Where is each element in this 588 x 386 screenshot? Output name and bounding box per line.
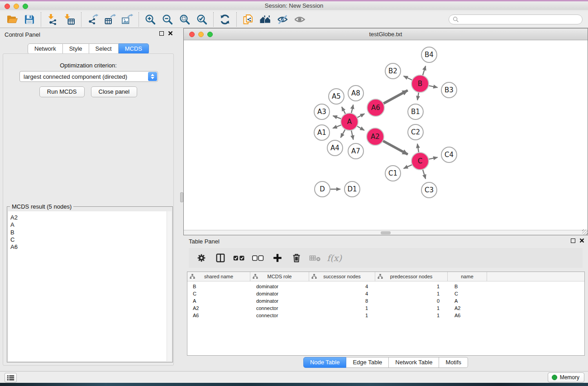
cell[interactable]: A xyxy=(448,298,487,304)
graph-edge-B-B1[interactable] xyxy=(417,92,419,100)
close-window-button[interactable] xyxy=(5,4,10,9)
search-input[interactable] xyxy=(461,16,578,23)
float-table-panel-icon[interactable] xyxy=(571,238,575,243)
table-row-b[interactable]: Bdominator41B xyxy=(187,283,584,290)
graph-node-D1[interactable]: D1 xyxy=(344,181,360,197)
result-item-a2[interactable]: A2 xyxy=(8,214,172,221)
result-item-a6[interactable]: A6 xyxy=(8,243,172,251)
export-network-button[interactable] xyxy=(84,12,101,27)
column-header-name[interactable]: name xyxy=(448,272,487,281)
minimize-window-button[interactable] xyxy=(14,4,19,9)
graph-node-A3[interactable]: A3 xyxy=(314,104,330,119)
delete-column-button[interactable] xyxy=(290,252,302,264)
create-column-button[interactable] xyxy=(271,252,283,264)
graph-node-B3[interactable]: B3 xyxy=(441,82,457,98)
cell[interactable]: B xyxy=(187,284,250,289)
graph-node-A1[interactable]: A1 xyxy=(314,125,330,140)
cell[interactable]: A2 xyxy=(187,305,250,311)
tab-select[interactable]: Select xyxy=(89,43,119,54)
deselect-all-button[interactable] xyxy=(252,252,264,264)
function-builder-button[interactable]: f(x) xyxy=(328,252,340,264)
tab-style[interactable]: Style xyxy=(63,43,89,54)
show-graphics-details-button[interactable] xyxy=(274,12,291,27)
network-canvas[interactable]: B4B2BB3B1A5A8A6A3AA1A2C2A4A7C4CC1C3DD1 xyxy=(184,40,588,230)
graph-edge-C-C3[interactable] xyxy=(423,169,426,179)
cell[interactable]: dominator xyxy=(250,284,309,289)
cell[interactable]: dominator xyxy=(250,298,309,304)
zoom-selected-button[interactable] xyxy=(193,12,210,27)
close-panel-button[interactable]: Close panel xyxy=(91,86,138,97)
cell[interactable]: C xyxy=(448,291,487,296)
table-settings-button[interactable] xyxy=(195,252,207,264)
export-image-button[interactable] xyxy=(119,12,136,27)
graph-node-C2[interactable]: C2 xyxy=(408,124,423,140)
graph-edge-C-C4[interactable] xyxy=(429,157,438,159)
open-file-button[interactable] xyxy=(4,12,21,27)
cell[interactable]: 1 xyxy=(375,305,448,311)
cell[interactable]: connector xyxy=(250,305,309,311)
import-table-button[interactable] xyxy=(61,12,78,27)
graph-node-A8[interactable]: A8 xyxy=(348,86,363,101)
run-mcds-button[interactable]: Run MCDS xyxy=(39,86,85,97)
result-item-b[interactable]: B xyxy=(8,229,172,236)
tab-edge-table[interactable]: Edge Table xyxy=(346,357,389,368)
tab-motifs[interactable]: Motifs xyxy=(439,357,468,368)
cell[interactable]: A xyxy=(187,298,250,304)
float-panel-icon[interactable] xyxy=(159,31,164,36)
tab-network-table[interactable]: Network Table xyxy=(389,357,439,368)
graph-edge-A-A4[interactable] xyxy=(341,129,345,138)
graph-edge-A6-B[interactable] xyxy=(383,91,408,104)
result-item-a[interactable]: A xyxy=(8,221,172,229)
mcds-result-list[interactable]: A2ABCA6 xyxy=(8,211,172,361)
import-network-button[interactable] xyxy=(44,12,61,27)
cell[interactable]: 0 xyxy=(375,298,448,304)
graph-edge-A-A3[interactable] xyxy=(333,116,342,119)
split-columns-button[interactable] xyxy=(214,252,226,264)
close-panel-icon[interactable] xyxy=(168,31,173,36)
cell[interactable]: A2 xyxy=(448,305,487,311)
tab-network[interactable]: Network xyxy=(28,43,63,54)
graph-node-A[interactable]: A xyxy=(341,113,358,130)
cell[interactable]: 1 xyxy=(309,313,375,318)
tab-mcds[interactable]: MCDS xyxy=(119,43,149,54)
table-row-c[interactable]: Cdominator41C xyxy=(187,290,584,297)
graph-edge-A-A7[interactable] xyxy=(351,130,354,140)
graph-node-B[interactable]: B xyxy=(411,75,429,92)
maximize-window-button[interactable] xyxy=(23,4,28,9)
network-hscroll-thumb[interactable] xyxy=(381,231,391,234)
graph-node-A7[interactable]: A7 xyxy=(348,143,363,159)
graph-edge-A-A1[interactable] xyxy=(333,125,341,129)
optimization-criterion-select[interactable]: largest connected component (directed) xyxy=(19,71,158,82)
cell[interactable]: connector xyxy=(250,313,309,318)
cell[interactable]: 4 xyxy=(309,291,375,296)
network-hscrollbar[interactable] xyxy=(184,230,588,235)
cell[interactable]: dominator xyxy=(250,291,309,296)
column-header-mcds-role[interactable]: MCDS role xyxy=(250,272,309,281)
go-home-button[interactable] xyxy=(257,12,274,27)
column-header-successor-nodes[interactable]: successor nodes xyxy=(309,272,375,281)
graph-node-C3[interactable]: C3 xyxy=(421,182,437,198)
cell[interactable]: 1 xyxy=(375,313,448,318)
table-row-a[interactable]: Adominator80A xyxy=(187,297,584,305)
memory-button[interactable]: Memory xyxy=(548,372,584,382)
result-list-scrollbar[interactable] xyxy=(167,211,172,361)
network-minimize-button[interactable] xyxy=(198,32,204,37)
graph-node-A6[interactable]: A6 xyxy=(367,99,384,116)
cell[interactable]: A6 xyxy=(448,313,487,318)
cell[interactable]: 1 xyxy=(375,284,448,289)
refresh-view-button[interactable] xyxy=(216,12,234,27)
graph-edge-B-B4[interactable] xyxy=(423,66,426,76)
graph-edge-B-B3[interactable] xyxy=(429,86,438,87)
window-resize-grip[interactable] xyxy=(582,229,588,235)
clone-network-button[interactable] xyxy=(239,12,257,27)
graph-edge-C-C2[interactable] xyxy=(417,144,419,153)
tab-node-table[interactable]: Node Table xyxy=(303,357,347,368)
graph-node-A5[interactable]: A5 xyxy=(329,89,344,104)
graph-node-B1[interactable]: B1 xyxy=(408,104,423,119)
graph-edge-A-A6[interactable] xyxy=(357,114,365,118)
column-header-predecessor-nodes[interactable]: predecessor nodes xyxy=(375,272,448,281)
node-table[interactable]: shared nameMCDS rolesuccessor nodesprede… xyxy=(187,272,585,356)
cell[interactable]: B xyxy=(448,284,487,289)
table-row-a2[interactable]: A2connector11A2 xyxy=(187,305,584,312)
network-close-button[interactable] xyxy=(189,32,195,37)
